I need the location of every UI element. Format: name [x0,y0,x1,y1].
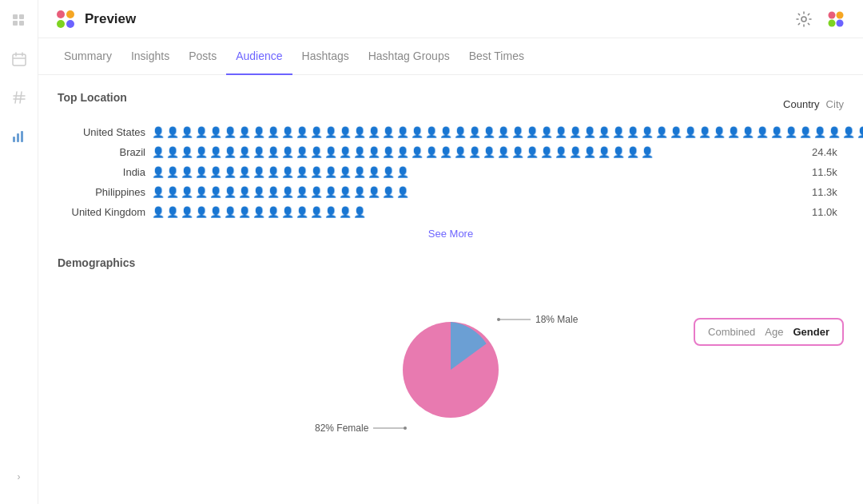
person-icon: 👤 [152,167,165,177]
svg-line-8 [15,92,17,103]
person-icon: 👤 [238,187,251,197]
person-icon: 👤 [382,187,395,197]
location-row: United Kingdom👤👤👤👤👤👤👤👤👤👤👤👤👤👤👤11.0k [58,206,844,218]
person-icon: 👤 [626,147,639,157]
person-icon: 👤 [166,127,179,137]
tab-hashtag-groups[interactable]: Hashtag Groups [359,38,459,75]
person-icon: 👤 [310,127,323,137]
person-icon: 👤 [324,187,337,197]
pie-chart-container: 18% Male 82% Female [58,298,844,442]
tab-hashtags[interactable]: Hashtags [292,38,359,75]
person-icon: 👤 [698,127,711,137]
person-icon: 👤 [454,127,467,137]
person-icon: 👤 [612,147,625,157]
person-icon: 👤 [281,127,294,137]
svg-line-9 [20,92,22,103]
people-icons: 👤👤👤👤👤👤👤👤👤👤👤👤👤👤👤👤👤👤 [152,187,805,197]
person-icon: 👤 [238,147,251,157]
person-icon: 👤 [181,167,193,177]
tab-summary[interactable]: Summary [54,38,121,75]
person-icon: 👤 [253,127,265,137]
person-icon: 👤 [296,187,308,197]
sidebar-collapse[interactable]: › [8,466,30,488]
person-icon: 👤 [555,127,567,137]
person-icon: 👤 [195,167,208,177]
person-icon: 👤 [454,147,467,157]
person-icon: 👤 [770,127,783,137]
person-icon: 👤 [181,127,193,137]
svg-point-17 [57,20,65,28]
person-icon: 👤 [166,167,179,177]
sidebar-item-hashtag[interactable] [8,86,30,109]
person-icon: 👤 [152,207,165,217]
person-icon: 👤 [253,187,265,197]
tab-best-times[interactable]: Best Times [459,38,534,75]
top-location-header: Top Location Country City [58,91,844,117]
person-icon: 👤 [353,167,366,177]
location-row: United States👤👤👤👤👤👤👤👤👤👤👤👤👤👤👤👤👤👤👤👤👤👤👤👤👤👤👤… [58,126,844,138]
person-icon: 👤 [540,147,553,157]
see-more-link[interactable]: See More [428,228,473,240]
person-icon: 👤 [166,207,179,217]
person-icon: 👤 [842,127,855,137]
person-icon: 👤 [425,147,438,157]
location-name: United Kingdom [58,206,145,218]
person-icon: 👤 [396,127,409,137]
person-icon: 👤 [310,187,323,197]
person-icon: 👤 [828,127,841,137]
svg-point-21 [837,11,844,18]
palette-icon[interactable] [825,8,847,30]
person-icon: 👤 [195,127,208,137]
person-icon: 👤 [267,127,280,137]
person-icon: 👤 [799,127,812,137]
people-icons: 👤👤👤👤👤👤👤👤👤👤👤👤👤👤👤 [152,207,805,217]
app-title: Preview [85,11,136,27]
person-icon: 👤 [813,127,826,137]
svg-point-15 [57,10,65,18]
demographics-title: Demographics [58,256,135,269]
location-row: India👤👤👤👤👤👤👤👤👤👤👤👤👤👤👤👤👤👤11.5k [58,166,844,178]
sidebar-item-calendar[interactable] [8,48,30,70]
person-icon: 👤 [224,127,237,137]
person-icon: 👤 [195,147,208,157]
person-icon: 👤 [569,127,582,137]
settings-icon[interactable] [793,8,815,30]
person-icon: 👤 [310,147,323,157]
sidebar-item-grid[interactable] [8,10,30,32]
person-icon: 👤 [209,147,222,157]
person-icon: 👤 [224,207,237,217]
header-right [793,8,847,30]
person-icon: 👤 [396,187,409,197]
svg-rect-3 [19,21,24,26]
person-icon: 👤 [339,167,352,177]
person-icon: 👤 [296,207,308,217]
person-icon: 👤 [238,207,251,217]
tab-audience[interactable]: Audience [226,38,292,75]
person-icon: 👤 [267,207,280,217]
svg-point-22 [829,19,836,26]
person-icon: 👤 [324,207,337,217]
header-left: Preview [54,8,136,30]
people-icons: 👤👤👤👤👤👤👤👤👤👤👤👤👤👤👤👤👤👤👤👤👤👤👤👤👤👤👤👤👤👤👤👤👤👤👤 [152,147,805,157]
sidebar-item-chart[interactable] [8,125,30,147]
person-icon: 👤 [368,167,380,177]
location-filter: Country City [783,98,844,110]
person-icon: 👤 [281,187,294,197]
person-icon: 👤 [727,127,740,137]
person-icon: 👤 [238,127,251,137]
svg-rect-1 [19,14,24,19]
person-icon: 👤 [396,167,409,177]
tab-posts[interactable]: Posts [179,38,226,75]
person-icon: 👤 [296,167,308,177]
tab-insights[interactable]: Insights [121,38,179,75]
person-icon: 👤 [483,127,495,137]
person-icon: 👤 [569,147,582,157]
person-icon: 👤 [626,127,639,137]
person-icon: 👤 [166,187,179,197]
filter-city[interactable]: City [826,98,844,110]
filter-country[interactable]: Country [783,98,820,110]
person-icon: 👤 [655,127,668,137]
pie-chart [395,314,507,426]
location-name: Brazil [58,146,145,158]
person-icon: 👤 [382,167,395,177]
